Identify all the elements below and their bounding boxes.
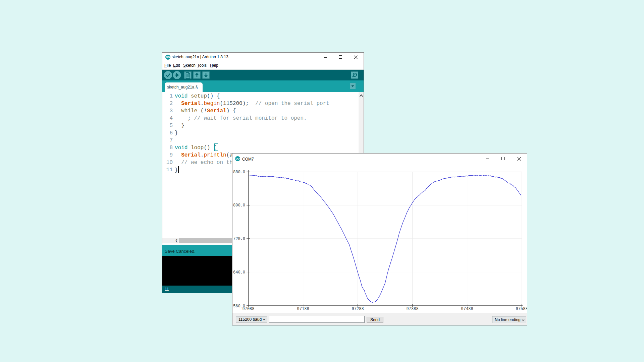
svg-text:97088: 97088 — [242, 307, 254, 311]
svg-text:880.0: 880.0 — [233, 170, 245, 175]
svg-text:97288: 97288 — [352, 307, 364, 311]
svg-text:97588: 97588 — [516, 307, 527, 311]
svg-text:97388: 97388 — [407, 307, 419, 311]
svg-text:640.0: 640.0 — [233, 270, 245, 275]
svg-text:800.0: 800.0 — [233, 203, 245, 208]
svg-text:97488: 97488 — [461, 307, 473, 311]
svg-text:720.0: 720.0 — [233, 237, 245, 241]
svg-text:97188: 97188 — [297, 307, 309, 311]
